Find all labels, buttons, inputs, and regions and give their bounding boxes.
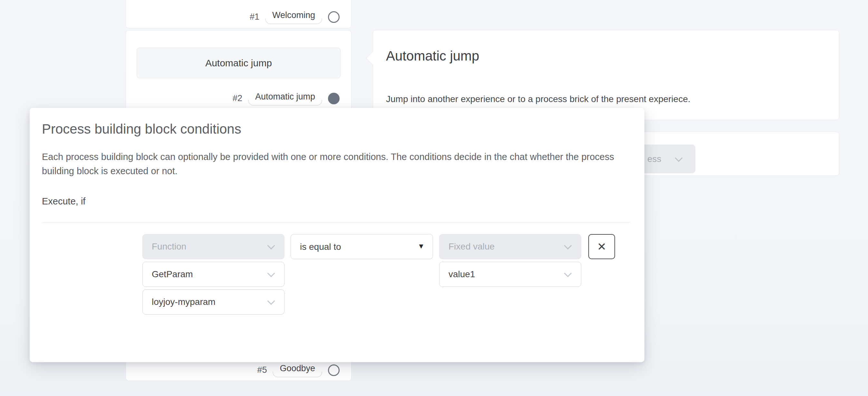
brick-detail-panel: Automatic jump Jump into another experie…: [373, 30, 839, 120]
step-status-circle[interactable]: [328, 364, 340, 376]
chevron-down-icon: [564, 242, 571, 250]
condition-target-type-select: Fixed value: [439, 234, 581, 259]
chevron-down-icon: [564, 269, 571, 277]
step-status-circle[interactable]: [328, 93, 340, 104]
panel-title: Automatic jump: [386, 48, 479, 64]
flow-step-row: #2 Automatic jump: [232, 91, 340, 106]
condition-parameter-label: loyjoy-myparam: [152, 297, 216, 307]
step-number: #1: [250, 12, 259, 22]
chevron-down-icon: [267, 242, 275, 250]
remove-condition-button[interactable]: ✕: [588, 234, 615, 259]
step-name-input[interactable]: Goodbye: [273, 363, 322, 377]
step-status-circle[interactable]: [328, 11, 340, 23]
step-name-input[interactable]: Welcoming: [265, 10, 322, 24]
condition-function-label: GetParam: [152, 269, 193, 279]
conditions-modal: Process building block conditions Each p…: [30, 108, 644, 362]
flow-step-row: #1 Welcoming: [250, 10, 340, 24]
chevron-down-icon: [675, 154, 682, 162]
step-name-input[interactable]: Automatic jump: [248, 91, 322, 106]
flow-card-welcoming: #1 Welcoming: [126, 0, 351, 28]
brick-type-button[interactable]: Automatic jump: [136, 48, 341, 78]
condition-source-type-select: Function: [143, 234, 284, 259]
step-number: #2: [232, 93, 242, 103]
chevron-down-icon: [267, 269, 275, 277]
step-number: #5: [257, 365, 267, 375]
condition-operator-select[interactable]: is equal to: [290, 234, 433, 259]
left-pointer-icon: [366, 52, 379, 65]
flow-step-row: #5 Goodbye: [257, 363, 340, 377]
divider: [42, 222, 630, 223]
condition-value-label: value1: [448, 269, 475, 279]
condition-function-select[interactable]: GetParam: [143, 262, 284, 287]
execute-if-label: Execute, if: [42, 196, 85, 207]
modal-title: Process building block conditions: [42, 121, 241, 137]
condition-target-type-label: Fixed value: [448, 241, 495, 252]
condition-parameter-select[interactable]: loyjoy-myparam: [143, 290, 284, 315]
chatbot-flow-editor-background: #1 Welcoming Automatic jump #2 Automatic…: [0, 0, 868, 396]
modal-description: Each process building block can optional…: [42, 150, 628, 178]
condition-value-select[interactable]: value1: [439, 262, 581, 287]
panel-description: Jump into another experience or to a pro…: [386, 94, 690, 104]
chevron-down-icon: [267, 297, 275, 305]
condition-source-type-label: Function: [152, 241, 186, 252]
process-dropdown-label: ess: [647, 154, 661, 164]
condition-operator-wrap: is equal to ▼: [290, 234, 433, 259]
